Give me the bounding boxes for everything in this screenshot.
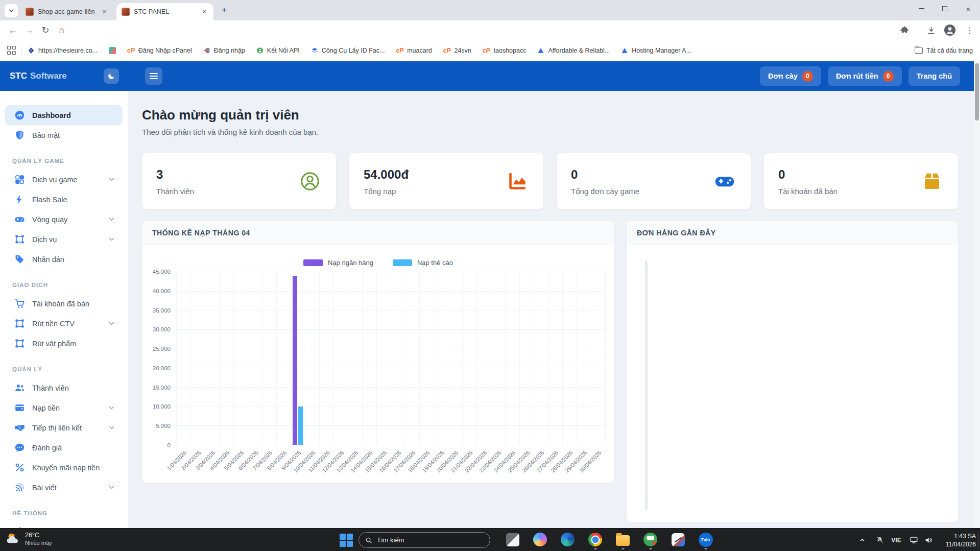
tab-close-icon[interactable]: ×: [100, 8, 108, 16]
login-favicon: [203, 47, 210, 54]
start-button[interactable]: [339, 533, 353, 547]
new-tab-button[interactable]: +: [219, 5, 230, 16]
sidebar-item-rút-tiền-ctv[interactable]: Rút tiền CTV: [5, 314, 123, 333]
tray-clock[interactable]: 1:43 SA 11/04/2026: [935, 532, 976, 548]
all-bookmarks-button[interactable]: Tất cả dấu trang: [915, 47, 973, 54]
site-favicon: [122, 8, 130, 16]
window-minimize-button[interactable]: [910, 0, 933, 17]
tray-language[interactable]: VIE: [888, 529, 904, 551]
bookmark-item[interactable]: cP24svn: [443, 47, 471, 54]
tray-notification-off-icon[interactable]: [873, 529, 886, 551]
green-app-icon[interactable]: [642, 532, 658, 547]
sidebar-item-label: Vòng quay: [32, 215, 67, 224]
sidebar-item-nạp-tiền[interactable]: Nạp tiền: [5, 398, 123, 418]
browser-tab-shop-acc[interactable]: Shop acc game liên quân uy tín ×: [20, 3, 113, 20]
sidebar-item-dịch-vụ-game[interactable]: Dịch vụ game: [5, 170, 123, 189]
bookmark-item[interactable]: https://thesieure.co...: [28, 47, 98, 54]
sidebar-item-dịch-vụ[interactable]: Dịch vụ: [5, 229, 123, 249]
edge-icon[interactable]: [560, 532, 576, 547]
zalo-icon[interactable]: Zalo: [698, 532, 713, 547]
legend-item[interactable]: Nạp ngân hàng: [303, 259, 373, 267]
frame-icon: [14, 318, 25, 329]
sidebar-item-tài-khoản-đã-bán[interactable]: Tài khoản đã bán: [5, 294, 123, 314]
sidebar-toggle-button[interactable]: [145, 67, 162, 85]
stat-card: 0Tổng đơn cày game: [557, 153, 751, 209]
sidebar-item-đánh-giá[interactable]: Đánh giá: [5, 438, 123, 458]
tray-chevron-up-icon[interactable]: [855, 529, 869, 551]
task-view-icon[interactable]: [505, 532, 520, 547]
show-desktop-button[interactable]: [978, 532, 980, 548]
header-button[interactable]: Đơn rút tiền0: [828, 66, 902, 86]
taskbar-search[interactable]: Tìm kiếm: [358, 532, 490, 548]
bookmark-item[interactable]: Kết Nối API: [256, 47, 300, 54]
sidebar-item-bảo-mật[interactable]: Bảo mật: [5, 125, 123, 145]
forward-button[interactable]: →: [21, 20, 37, 40]
home-button[interactable]: ⌂: [54, 20, 69, 40]
image-favicon: [109, 47, 116, 54]
box-icon: [920, 170, 944, 193]
file-explorer-icon[interactable]: [615, 532, 631, 547]
bookmark-item[interactable]: cPĐăng Nhập cPanel: [127, 47, 192, 54]
window-maximize-button[interactable]: [933, 0, 957, 17]
chevron-down-icon: [108, 424, 115, 432]
app-header: STC Software Đơn cày0Đơn rút tiền0Trang …: [0, 61, 974, 91]
browser-menu-icon[interactable]: ⋮: [962, 20, 977, 40]
comment-icon: [14, 442, 25, 453]
sidebar-item-thành-viên[interactable]: Thành viên: [5, 378, 123, 398]
sidebar-item-nhãn-dán[interactable]: Nhãn dán: [5, 249, 123, 269]
bookmark-item[interactable]: [109, 47, 116, 54]
page-scrollbar[interactable]: [974, 61, 980, 528]
sidebar-item-flash-sale[interactable]: Flash Sale: [5, 189, 123, 209]
bookmark-item[interactable]: cPmuacard: [396, 47, 432, 54]
back-button[interactable]: ←: [5, 20, 20, 40]
scrollbar-thumb[interactable]: [975, 63, 979, 121]
bookmark-label: taoshopacc: [494, 47, 527, 54]
header-button[interactable]: Đơn cày0: [760, 66, 821, 86]
bookmark-item[interactable]: Đăng nhập: [203, 47, 245, 54]
sidebar-item-rút-vật-phẩm[interactable]: Rút vật phẩm: [5, 333, 123, 353]
apps-grid-icon[interactable]: [7, 46, 16, 55]
sidebar-item-tiếp-thị-liên-kết[interactable]: Tiếp thị liên kết: [5, 418, 123, 438]
percent-icon: [14, 462, 25, 473]
copilot-icon[interactable]: [532, 532, 548, 547]
diamond-favicon: [28, 47, 35, 54]
bookmark-item[interactable]: cPtaoshopacc: [483, 47, 527, 54]
handshake-icon: [14, 422, 25, 433]
profile-avatar[interactable]: [942, 20, 958, 40]
tray-volume-icon[interactable]: [922, 529, 935, 551]
browser-tab-stc-panel[interactable]: STC PANEL ×: [116, 3, 213, 20]
y-axis-label: 15.000: [153, 385, 171, 391]
chart-plot: [176, 272, 605, 445]
tray-network-icon[interactable]: [906, 529, 921, 551]
sidebar-item-khuyến-mãi-nạp-tiền[interactable]: Khuyến mãi nạp tiền: [5, 458, 123, 477]
window-controls: ×: [910, 0, 980, 17]
bookmark-item[interactable]: Hosting Manager A...: [621, 47, 691, 54]
sidebar-item-bài-viết[interactable]: Bài viết: [5, 477, 123, 497]
tab-close-icon[interactable]: ×: [200, 8, 208, 16]
count-badge: 0: [802, 71, 813, 82]
legend-item[interactable]: Nạp thẻ cào: [393, 259, 453, 267]
snipping-tool-icon[interactable]: [670, 532, 686, 547]
bookmark-item[interactable]: Affordable & Reliabl...: [537, 47, 610, 54]
y-axis-label: 35.000: [153, 307, 171, 314]
chrome-icon[interactable]: [587, 532, 603, 547]
bookmark-label: Đăng nhập: [214, 47, 245, 54]
window-close-button[interactable]: ×: [957, 0, 980, 17]
sidebar-item-dashboard[interactable]: Dashboard: [5, 105, 123, 125]
sidebar-item-thiết-lập[interactable]: Thiết lập: [5, 522, 123, 528]
dark-mode-toggle[interactable]: [104, 68, 119, 84]
stat-value: 0: [778, 167, 838, 182]
chevron-down-icon: [8, 7, 15, 14]
reload-button[interactable]: ↻: [38, 20, 53, 40]
weather-widget[interactable]: 26°C Nhiều mây: [5, 531, 52, 546]
y-axis-label: 5.000: [156, 423, 171, 429]
sidebar-item-label: Tài khoản đã bán: [32, 300, 89, 308]
sidebar-item-vòng-quay[interactable]: Vòng quay: [5, 209, 123, 229]
bookmark-item[interactable]: Công Cụ Lấy ID Fac...: [311, 47, 385, 54]
downloads-icon[interactable]: [923, 20, 939, 40]
tab-search-button[interactable]: [5, 4, 18, 17]
header-button[interactable]: Trang chủ: [909, 66, 960, 86]
stat-card: 0Tài khoản đã bán: [764, 153, 958, 209]
y-axis-label: 30.000: [153, 326, 171, 332]
extensions-puzzle-icon[interactable]: [897, 20, 912, 40]
